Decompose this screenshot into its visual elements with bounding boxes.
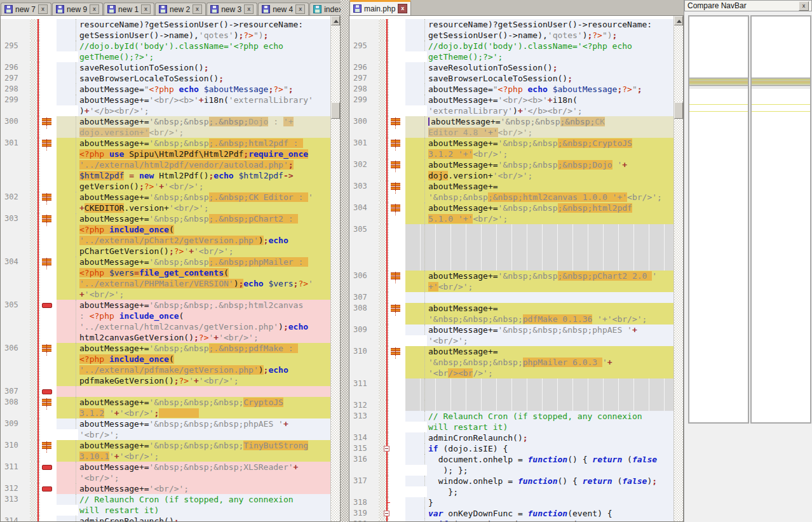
code-line[interactable]: 312aboutMessage+='<br/>'; — [1, 483, 340, 494]
code-line[interactable]: 305 — [349, 224, 683, 271]
scroll-up-arrow-icon[interactable] — [331, 16, 340, 25]
code-line[interactable]: 306aboutMessage+='&nbsp;&nbsp;&nbsp;pCha… — [349, 271, 683, 292]
code-text[interactable]: adminCronRelaunch(); — [405, 432, 683, 443]
code-text[interactable] — [405, 224, 683, 271]
code-line[interactable]: 306aboutMessage+='&nbsp;&nbsp;.&nbsp;pdf… — [1, 343, 340, 386]
right-diff-minimap[interactable] — [750, 15, 811, 424]
code-text[interactable] — [405, 292, 683, 303]
code-line[interactable]: 310aboutMessage+='&nbsp;&nbsp;&nbsp;phpM… — [349, 346, 683, 378]
code-text[interactable]: var onKeyDownFunc = function(event) { — [405, 508, 683, 519]
tab-new-2[interactable]: new 2x — [155, 3, 206, 15]
code-text[interactable]: resourceName)?getSessionUser()->resource… — [57, 19, 340, 41]
tab-close-icon[interactable]: x — [244, 4, 254, 14]
code-line[interactable]: 298aboutMessage="<?php echo $aboutMessag… — [349, 84, 683, 95]
code-text[interactable]: // Relaunch Cron (if stopped, any connex… — [57, 494, 340, 516]
code-text[interactable]: aboutMessage+='<br/><b>'+i18n('externalL… — [57, 95, 340, 116]
code-line[interactable]: 308aboutMessage+='&nbsp;&nbsp;&nbsp;Cryp… — [1, 397, 340, 418]
tab-new-3[interactable]: new 3x — [206, 3, 257, 15]
pane-splitter[interactable] — [341, 0, 349, 522]
code-line[interactable]: 313// Relaunch Cron (if stopped, any con… — [1, 494, 340, 516]
code-text[interactable]: if (dojo.isIE) { — [405, 443, 683, 454]
code-text[interactable]: aboutMessage+='&nbsp;&nbsp;&nbsp;TinyBut… — [57, 440, 340, 462]
code-line[interactable]: 301aboutMessage+='&nbsp;&nbsp;.&nbsp;htm… — [1, 138, 340, 192]
code-text[interactable]: //dojo.byId('body').className='<?php ech… — [57, 41, 340, 62]
code-text[interactable]: aboutMessage="<?php echo $aboutMessage;?… — [405, 84, 683, 95]
code-line[interactable]: 316 document.onhelp = function() { retur… — [349, 454, 683, 476]
right-editor[interactable]: resourceName)?getSessionUser()->resource… — [349, 15, 684, 522]
code-line[interactable]: 312 — [349, 400, 683, 411]
code-line[interactable]: 300aboutMessage+='&nbsp;&nbsp;.&nbsp;Doj… — [1, 116, 340, 138]
code-line[interactable]: 297saveBrowserLocaleToSession(); — [1, 73, 340, 84]
code-line[interactable]: 320 if (event.keyCode == 83 && ( — [349, 519, 683, 522]
code-line[interactable]: 303aboutMessage+='&nbsp;&nbsp;&nbsp;html… — [349, 181, 683, 203]
code-line[interactable]: 299aboutMessage+='<br/><b>'+i18n('extern… — [1, 95, 340, 116]
tab-new-1[interactable]: new 1x — [104, 3, 154, 15]
code-line[interactable]: 303aboutMessage+='&nbsp;&nbsp;.&nbsp;pCh… — [1, 213, 340, 257]
code-text[interactable]: adminCronRelaunch(); — [57, 516, 340, 522]
code-line[interactable]: 295//dojo.byId('body').className='<?php … — [1, 41, 340, 62]
code-text[interactable]: aboutMessage+='&nbsp;&nbsp;.&nbsp;phpMai… — [57, 257, 340, 300]
tab-new-9[interactable]: new 9x — [52, 3, 103, 15]
code-text[interactable]: aboutMessage+='<br/>'; — [57, 483, 340, 494]
code-text[interactable]: aboutMessage+='&nbsp;&nbsp;.&nbsp;pChart… — [57, 213, 340, 257]
fold-collapse-icon[interactable] — [384, 446, 389, 452]
code-text[interactable]: window.onhelp = function() { return (fal… — [405, 476, 683, 497]
code-line[interactable]: 314adminCronRelaunch(); — [1, 516, 340, 522]
code-text[interactable]: aboutMessage+='&nbsp;&nbsp;&nbsp;Dojo '+… — [405, 159, 683, 181]
code-text[interactable]: aboutMessage+='&nbsp;&nbsp;&nbsp;CryptoJ… — [57, 397, 340, 418]
code-line[interactable]: 317 window.onhelp = function() { return … — [349, 476, 683, 497]
code-line[interactable]: 319var onKeyDownFunc = function(event) { — [349, 508, 683, 519]
tab-close-icon[interactable]: x — [90, 4, 99, 14]
code-text[interactable]: aboutMessage+='&nbsp;&nbsp;.&nbsp;html2c… — [57, 300, 340, 343]
code-text[interactable]: aboutMessage+='<br/><b>'+i18n('externalL… — [405, 95, 683, 116]
code-text[interactable]: aboutMessage+='&nbsp;&nbsp;&nbsp;pdfMake… — [405, 303, 683, 325]
code-text[interactable]: aboutMessage+='&nbsp;&nbsp;&nbsp;phpMail… — [405, 346, 683, 378]
left-editor[interactable]: resourceName)?getSessionUser()->resource… — [0, 15, 341, 522]
code-line[interactable]: 314adminCronRelaunch(); — [349, 432, 683, 443]
code-text[interactable] — [405, 400, 683, 411]
tab-close-icon[interactable]: x — [398, 4, 407, 13]
code-text[interactable]: // Relaunch Cron (if stopped, any connex… — [405, 411, 683, 432]
code-line[interactable]: 308aboutMessage+='&nbsp;&nbsp;&nbsp;pdfM… — [349, 303, 683, 325]
code-line[interactable]: 311 — [349, 378, 683, 400]
tab-new-4[interactable]: new 4x — [258, 3, 309, 15]
tab-close-icon[interactable]: x — [141, 4, 151, 14]
navbar-close-icon[interactable]: x — [799, 1, 809, 11]
code-line[interactable]: 318} — [349, 497, 683, 508]
scrollbar-thumb[interactable] — [674, 102, 683, 119]
code-text[interactable]: saveBrowserLocaleToSession(); — [57, 73, 340, 84]
code-text[interactable]: aboutMessage+='&nbsp;&nbsp;.&nbsp;pdfMak… — [57, 343, 340, 386]
code-line[interactable]: 296saveResolutionToSession(); — [1, 62, 340, 73]
code-line[interactable]: 307 — [1, 386, 340, 397]
code-line[interactable]: 315if (dojo.isIE) { — [349, 443, 683, 454]
code-text[interactable]: saveResolutionToSession(); — [405, 62, 683, 73]
left-vertical-scrollbar[interactable] — [330, 16, 340, 521]
code-line[interactable]: 302aboutMessage+='&nbsp;&nbsp;&nbsp;Dojo… — [349, 159, 683, 181]
code-line[interactable]: 297saveBrowserLocaleToSession(); — [349, 73, 683, 84]
left-diff-minimap[interactable] — [688, 15, 749, 424]
code-line[interactable]: 299aboutMessage+='<br/><b>'+i18n('extern… — [349, 95, 683, 116]
code-text[interactable]: aboutMessage+='&nbsp;&nbsp;&nbsp;phpAES … — [57, 418, 340, 440]
code-text[interactable]: aboutMessage+='&nbsp;&nbsp;&nbsp;pChart2… — [405, 271, 683, 292]
code-line[interactable]: 309aboutMessage+='&nbsp;&nbsp;&nbsp;phpA… — [349, 325, 683, 346]
tab-close-icon[interactable]: x — [38, 4, 48, 14]
code-line[interactable]: 304aboutMessage+='&nbsp;&nbsp;&nbsp;html… — [349, 203, 683, 224]
code-text[interactable]: aboutMessage+='&nbsp;&nbsp;&nbsp;html2ca… — [405, 181, 683, 203]
code-text[interactable]: saveBrowserLocaleToSession(); — [405, 73, 683, 84]
code-line[interactable]: 298aboutMessage="<?php echo $aboutMessag… — [1, 84, 340, 95]
scrollbar-thumb[interactable] — [331, 102, 340, 119]
code-text[interactable] — [57, 386, 340, 397]
code-text[interactable]: resourceName)?getSessionUser()->resource… — [405, 19, 683, 41]
code-text[interactable]: aboutMessage="<?php echo $aboutMessage;?… — [57, 84, 340, 95]
code-line[interactable]: 305aboutMessage+='&nbsp;&nbsp;.&nbsp;htm… — [1, 300, 340, 343]
code-text[interactable]: aboutMessage+='&nbsp;&nbsp;&nbsp;html2pd… — [405, 203, 683, 224]
code-text[interactable]: aboutMessage+='&nbsp;&nbsp;.&nbsp;html2p… — [57, 138, 340, 192]
tab-close-icon[interactable]: x — [295, 4, 305, 14]
code-line[interactable]: 310aboutMessage+='&nbsp;&nbsp;&nbsp;Tiny… — [1, 440, 340, 462]
code-text[interactable]: aboutMessage+='&nbsp;&nbsp;&nbsp;XLSRead… — [57, 462, 340, 483]
fold-collapse-icon[interactable] — [384, 511, 389, 516]
code-line[interactable]: 295//dojo.byId('body').className='<?php … — [349, 41, 683, 62]
code-text[interactable]: aboutMessage+='&nbsp;&nbsp;&nbsp;CKEdito… — [405, 116, 683, 138]
code-text[interactable] — [405, 378, 683, 400]
code-line[interactable]: resourceName)?getSessionUser()->resource… — [1, 19, 340, 41]
